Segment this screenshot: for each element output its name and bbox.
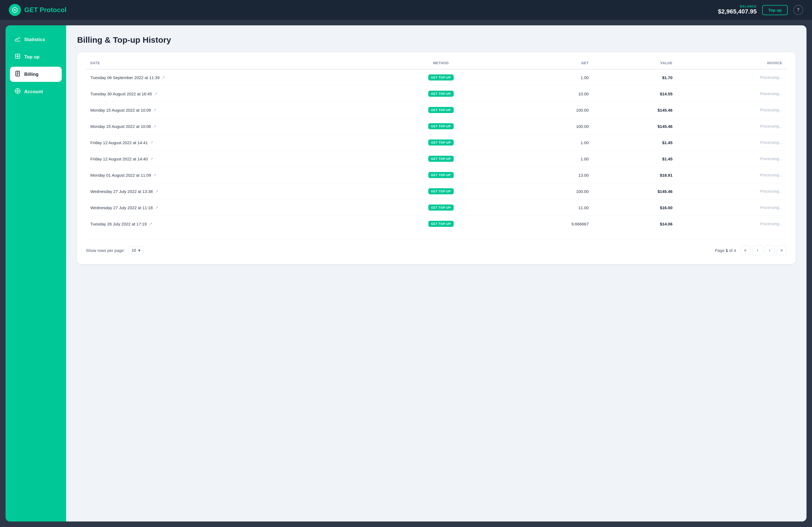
topup-icon — [14, 53, 21, 61]
cell-date: Tuesday 30 August 2022 at 16:45 ↗ — [86, 86, 381, 102]
cell-get: 1.00 — [501, 69, 593, 86]
cell-date: Friday 12 August 2022 at 14:40 ↗ — [86, 151, 381, 167]
method-badge: GET TOP-UP — [428, 140, 454, 145]
topup-button[interactable]: Top up — [762, 5, 788, 15]
sidebar-item-topup[interactable]: Top up — [10, 49, 62, 65]
cell-date: Monday 15 August 2022 at 10:09 ↗ — [86, 102, 381, 118]
cell-method: GET TOP-UP — [381, 86, 501, 102]
table-card: DATE METHOD GET VALUE INVOICE Tuesday 06… — [77, 52, 796, 264]
cell-date: Tuesday 06 September 2022 at 11:39 ↗ — [86, 69, 381, 86]
method-badge: GET TOP-UP — [428, 74, 454, 81]
external-link-icon[interactable]: ↗ — [155, 189, 158, 194]
date-text: Tuesday 26 July 2022 at 17:19 — [90, 222, 147, 226]
method-badge: GET TOP-UP — [428, 91, 454, 97]
cell-get: 100.00 — [501, 118, 593, 134]
cell-invoice: Processing... — [677, 86, 787, 102]
cell-date: Monday 01 August 2022 at 11:09 ↗ — [86, 167, 381, 183]
prev-page-button[interactable]: ‹ — [753, 245, 763, 255]
next-page-button[interactable]: › — [765, 245, 774, 255]
external-link-icon[interactable]: ↗ — [155, 205, 158, 210]
cell-method: GET TOP-UP — [381, 134, 501, 151]
col-value: VALUE — [593, 61, 677, 69]
external-link-icon[interactable]: ↗ — [149, 222, 152, 226]
cell-method: GET TOP-UP — [381, 200, 501, 216]
external-link-icon[interactable]: ↗ — [162, 75, 165, 80]
cell-date: Monday 15 August 2022 at 10:08 ↗ — [86, 118, 381, 134]
date-text: Tuesday 30 August 2022 at 16:45 — [90, 91, 152, 96]
svg-point-12 — [17, 90, 18, 92]
help-button[interactable]: ? — [793, 5, 803, 15]
cell-method: GET TOP-UP — [381, 151, 501, 167]
cell-value: $145.46 — [593, 183, 677, 200]
method-badge: GET TOP-UP — [428, 172, 454, 178]
cell-method: GET TOP-UP — [381, 216, 501, 232]
external-link-icon[interactable]: ↗ — [150, 140, 153, 145]
cell-invoice: Processing... — [677, 167, 787, 183]
sidebar-item-statistics[interactable]: Statistics — [10, 32, 62, 47]
cell-get: 11.00 — [501, 200, 593, 216]
sidebar-item-account[interactable]: Account — [10, 84, 62, 99]
table-row: Monday 15 August 2022 at 10:08 ↗ GET TOP… — [86, 118, 787, 134]
table-row: Wednesday 27 July 2022 at 11:18 ↗ GET TO… — [86, 200, 787, 216]
cell-date: Wednesday 27 July 2022 at 11:18 ↗ — [86, 200, 381, 216]
table-row: Monday 15 August 2022 at 10:09 ↗ GET TOP… — [86, 102, 787, 118]
date-text: Monday 15 August 2022 at 10:08 — [90, 124, 151, 129]
logo-icon — [9, 4, 21, 16]
external-link-icon[interactable]: ↗ — [153, 108, 157, 112]
account-icon — [14, 88, 21, 95]
date-text: Monday 15 August 2022 at 10:09 — [90, 108, 151, 112]
cell-value: $145.46 — [593, 118, 677, 134]
external-link-icon[interactable]: ↗ — [150, 157, 153, 161]
date-text: Wednesday 27 July 2022 at 11:18 — [90, 205, 153, 210]
first-page-button[interactable]: « — [740, 245, 750, 255]
date-text: Wednesday 27 July 2022 at 13:38 — [90, 189, 153, 194]
rows-label: Show rows per page: — [86, 248, 125, 253]
table-row: Wednesday 27 July 2022 at 13:38 ↗ GET TO… — [86, 183, 787, 200]
dropdown-arrow-icon: ▾ — [138, 248, 140, 253]
table-row: Tuesday 26 July 2022 at 17:19 ↗ GET TOP-… — [86, 216, 787, 232]
balance-label: BALANCE — [718, 5, 757, 8]
cell-value: $18.91 — [593, 167, 677, 183]
date-text: Friday 12 August 2022 at 14:40 — [90, 157, 148, 161]
table-row: Tuesday 30 August 2022 at 16:45 ↗ GET TO… — [86, 86, 787, 102]
external-link-icon[interactable]: ↗ — [153, 173, 157, 177]
sidebar-item-billing[interactable]: Billing — [10, 67, 62, 82]
cell-value: $16.00 — [593, 200, 677, 216]
table-row: Friday 12 August 2022 at 14:41 ↗ GET TOP… — [86, 134, 787, 151]
table-row: Friday 12 August 2022 at 14:40 ↗ GET TOP… — [86, 151, 787, 167]
logo-text: GET Protocol — [24, 6, 67, 14]
pagination-row: Show rows per page: 10 ▾ Page 1 of 4 « ‹… — [86, 240, 787, 255]
cell-date: Tuesday 26 July 2022 at 17:19 ↗ — [86, 216, 381, 232]
col-date: DATE — [86, 61, 381, 69]
external-link-icon[interactable]: ↗ — [154, 91, 158, 96]
balance-amount: $2,965,407.95 — [718, 8, 757, 15]
sidebar-label-statistics: Statistics — [24, 37, 45, 42]
external-link-icon[interactable]: ↗ — [153, 124, 157, 128]
rows-select[interactable]: 10 ▾ — [128, 246, 144, 254]
method-badge: GET TOP-UP — [428, 123, 454, 129]
rows-value: 10 — [132, 248, 136, 253]
page-info: Page 1 of 4 — [715, 248, 736, 253]
cell-invoice: Processing... — [677, 216, 787, 232]
cell-get: 100.00 — [501, 183, 593, 200]
cell-get: 13.00 — [501, 167, 593, 183]
cell-method: GET TOP-UP — [381, 167, 501, 183]
cell-get: 100.00 — [501, 102, 593, 118]
logo-area: GET Protocol — [9, 4, 67, 16]
statistics-icon — [14, 36, 21, 43]
cell-value: $1.45 — [593, 151, 677, 167]
page-title: Billing & Top-up History — [77, 35, 796, 45]
navbar-right: BALANCE $2,965,407.95 Top up ? — [718, 5, 803, 15]
rows-per-page: Show rows per page: 10 ▾ — [86, 246, 144, 254]
cell-get: 1.00 — [501, 134, 593, 151]
cell-invoice: Processing... — [677, 69, 787, 86]
cell-date: Friday 12 August 2022 at 14:41 ↗ — [86, 134, 381, 151]
sidebar-label-topup: Top up — [24, 54, 39, 60]
last-page-button[interactable]: » — [777, 245, 787, 255]
date-text: Friday 12 August 2022 at 14:41 — [90, 140, 148, 145]
cell-date: Wednesday 27 July 2022 at 13:38 ↗ — [86, 183, 381, 200]
col-invoice: INVOICE — [677, 61, 787, 69]
date-text: Tuesday 06 September 2022 at 11:39 — [90, 75, 159, 80]
main-layout: Statistics Top up — [0, 20, 812, 527]
pagination-controls: Page 1 of 4 « ‹ › » — [715, 245, 787, 255]
